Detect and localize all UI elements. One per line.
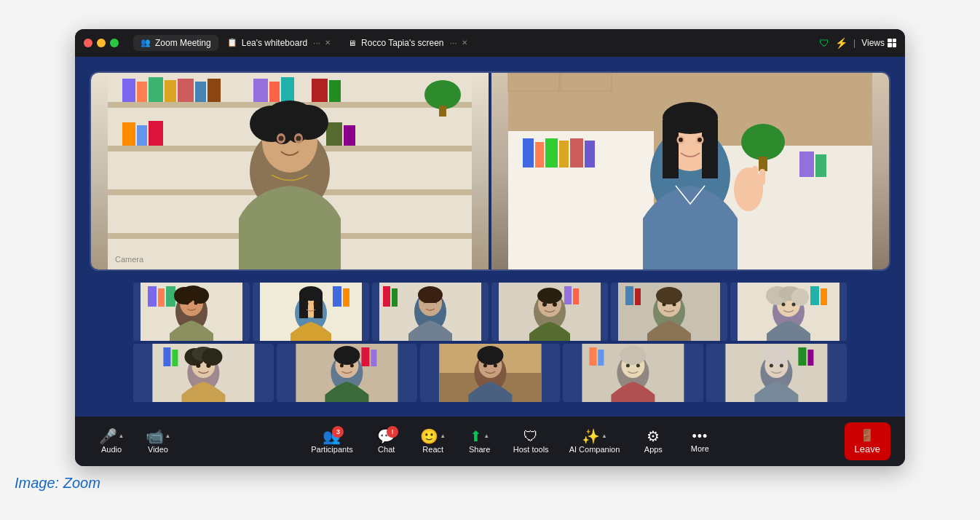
title-bar: 👥 Zoom Meeting 📋 Lea's whiteboard ··· ✕ …	[75, 29, 905, 57]
svg-point-59	[663, 102, 718, 134]
ai-companion-button[interactable]: ✨ ▲ AI Companion	[561, 426, 629, 457]
svg-rect-152	[590, 347, 597, 366]
toolbar-right: 🚪 Leave	[845, 422, 890, 460]
apps-button[interactable]: ⚙ Apps	[631, 426, 675, 457]
views-label: Views	[861, 38, 885, 48]
video-chevron: ▲	[165, 433, 171, 439]
chat-button[interactable]: 💬 ! Chat	[365, 426, 408, 457]
svg-point-142	[350, 363, 354, 367]
svg-rect-65	[745, 168, 751, 186]
svg-point-79	[194, 301, 198, 304]
svg-rect-43	[535, 142, 544, 168]
thumb-3	[372, 283, 489, 341]
tab-whiteboard[interactable]: 📋 Lea's whiteboard ··· ✕	[220, 35, 338, 51]
separator: |	[853, 38, 855, 48]
tab-whiteboard-close[interactable]: ✕	[325, 39, 331, 47]
svg-rect-160	[799, 347, 807, 366]
thumb-4	[491, 283, 608, 341]
zoom-meeting-icon: 👥	[141, 38, 151, 48]
svg-rect-153	[598, 350, 604, 366]
svg-point-33	[279, 135, 284, 141]
svg-point-105	[542, 302, 547, 307]
svg-point-158	[636, 363, 640, 367]
more-button[interactable]: ••• More	[678, 427, 722, 456]
share-label: Share	[469, 445, 490, 454]
audio-label: Audio	[101, 445, 122, 454]
microphone-icon: 🎤	[99, 429, 117, 444]
svg-rect-47	[585, 141, 595, 168]
svg-rect-82	[343, 288, 349, 307]
tab-whiteboard-label: Lea's whiteboard	[242, 38, 307, 48]
svg-rect-11	[208, 79, 221, 102]
svg-point-78	[186, 301, 189, 304]
participants-button[interactable]: 👥 3 Participants	[302, 426, 361, 457]
react-chevron: ▲	[440, 433, 446, 439]
svg-rect-23	[344, 125, 355, 146]
video-label: Video	[148, 445, 168, 454]
svg-point-48	[741, 124, 785, 160]
svg-rect-49	[759, 157, 767, 171]
screen-icon: 🖥	[347, 38, 357, 48]
svg-rect-67	[759, 169, 765, 185]
tab-screen-close[interactable]: ✕	[462, 39, 467, 47]
svg-rect-45	[559, 141, 569, 168]
audio-button[interactable]: 🎤 ▲ Audio	[90, 426, 133, 457]
svg-point-104	[537, 288, 562, 304]
leave-icon: 🚪	[860, 428, 874, 442]
svg-rect-7	[149, 77, 163, 102]
svg-rect-20	[137, 125, 147, 146]
close-button[interactable]	[84, 39, 92, 47]
svg-point-141	[340, 363, 344, 367]
views-button[interactable]: Views	[861, 38, 896, 48]
svg-rect-21	[149, 121, 163, 146]
audio-chevron: ▲	[119, 433, 125, 439]
maximize-button[interactable]	[110, 39, 119, 47]
minimize-button[interactable]	[97, 39, 106, 47]
svg-rect-108	[625, 286, 633, 305]
svg-rect-66	[752, 166, 758, 186]
leave-button[interactable]: 🚪 Leave	[845, 422, 890, 460]
svg-rect-92	[392, 288, 398, 307]
svg-point-134	[206, 363, 210, 368]
react-icon: 🙂	[420, 429, 438, 444]
more-icon: •••	[692, 430, 708, 443]
svg-point-113	[663, 302, 666, 306]
svg-point-88	[305, 302, 309, 305]
thumbnail-row-1	[133, 283, 847, 341]
svg-rect-53	[799, 151, 814, 177]
thumb-2	[253, 283, 369, 341]
thumb-8	[277, 344, 417, 402]
react-button[interactable]: 🙂 ▲ React	[411, 426, 455, 457]
lightning-icon: ⚡	[835, 37, 847, 49]
svg-rect-44	[545, 138, 558, 168]
svg-rect-42	[523, 138, 534, 168]
svg-rect-109	[635, 288, 641, 305]
svg-point-157	[626, 363, 630, 367]
leave-label: Leave	[855, 444, 880, 454]
svg-point-133	[196, 363, 200, 368]
svg-rect-13	[269, 82, 280, 102]
svg-rect-6	[137, 82, 147, 102]
svg-point-62	[679, 138, 683, 142]
ai-companion-label: AI Companion	[569, 445, 620, 454]
tab-zoom-meeting[interactable]: 👥 Zoom Meeting	[133, 35, 218, 51]
featured-video-left: Camera	[91, 73, 489, 269]
svg-rect-98	[424, 303, 436, 305]
video-icon: 📹	[146, 429, 164, 444]
ai-companion-icon: ✨	[582, 429, 600, 444]
tab-screen[interactable]: 🖥 Rocco Tapia's screen ··· ✕	[339, 35, 474, 51]
svg-point-34	[296, 135, 301, 141]
tab-screen-dots: ···	[450, 38, 457, 48]
host-tools-button[interactable]: 🛡 Host tools	[505, 426, 558, 457]
more-label: More	[691, 444, 709, 453]
window-controls	[84, 39, 119, 47]
featured-video-right	[491, 73, 889, 269]
thumbnail-strip	[133, 283, 847, 402]
svg-rect-70	[148, 286, 157, 307]
svg-point-89	[314, 302, 317, 305]
ai-companion-chevron: ▲	[601, 433, 607, 439]
svg-rect-15	[312, 79, 328, 102]
svg-rect-18	[439, 106, 446, 117]
video-button[interactable]: 📹 ▲ Video	[136, 426, 180, 457]
share-button[interactable]: ⬆ ▲ Share	[458, 426, 502, 457]
